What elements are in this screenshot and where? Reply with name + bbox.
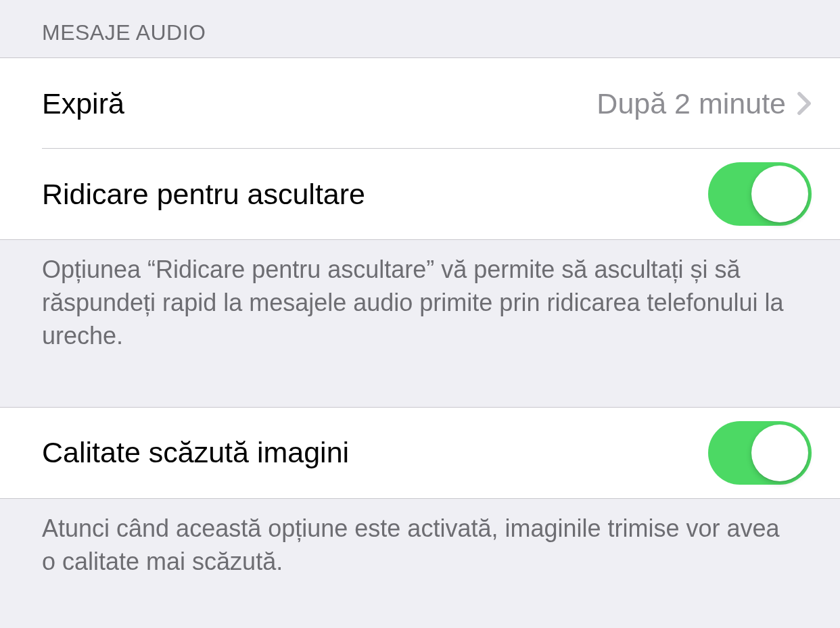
spacer [0,377,840,407]
section-header-audio: Mesaje audio [0,0,840,57]
expire-label: Expiră [42,87,124,120]
low-quality-toggle[interactable] [708,421,812,485]
raise-to-listen-label: Ridicare pentru ascultare [42,178,365,211]
raise-to-listen-toggle[interactable] [708,162,812,226]
expire-value-wrap: După 2 minute [597,87,812,120]
toggle-knob [751,166,808,222]
expire-value: După 2 minute [597,87,786,120]
expire-row[interactable]: Expiră După 2 minute [0,58,840,149]
settings-group-images: Calitate scăzută imagini [0,407,840,499]
raise-to-listen-row: Ridicare pentru ascultare [0,149,840,239]
low-quality-label: Calitate scăzută imagini [42,436,349,469]
section-footer-audio: Opțiunea “Ridicare pentru ascultare” vă … [0,240,840,377]
toggle-knob [751,425,808,481]
chevron-right-icon [797,91,812,116]
low-quality-row: Calitate scăzută imagini [0,408,840,498]
section-footer-images: Atunci când această opțiune este activat… [0,499,840,603]
settings-group-audio: Expiră După 2 minute Ridicare pentru asc… [0,57,840,240]
